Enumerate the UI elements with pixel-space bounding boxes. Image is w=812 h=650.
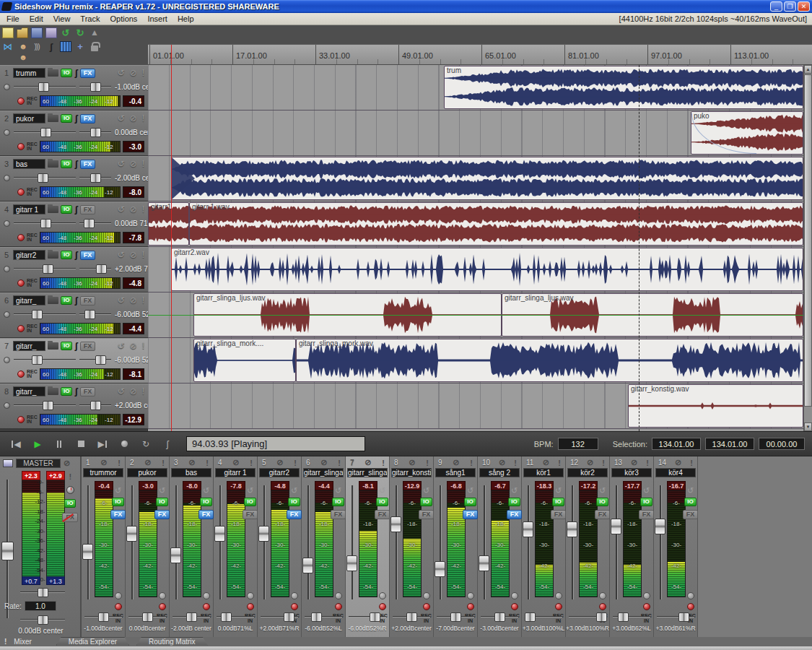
channel-name-input[interactable]: gitarr_konstig [391, 468, 432, 477]
master-pan-slider[interactable] [20, 588, 65, 597]
channel-io-button[interactable]: IO [684, 498, 696, 506]
channel-io-button[interactable]: IO [376, 498, 388, 506]
repeat-button[interactable]: ↻ [137, 438, 154, 451]
record-arm-button[interactable] [4, 175, 10, 181]
volume-handle[interactable] [32, 310, 43, 319]
record-input-icon[interactable] [17, 325, 25, 332]
pan-slider[interactable] [79, 401, 111, 410]
channel-record-input-icon[interactable] [643, 603, 650, 610]
track-name-input[interactable]: gitarr_ [13, 295, 45, 306]
record-arm-button[interactable] [4, 402, 10, 409]
channel-pan-handle[interactable] [450, 612, 461, 622]
record-arm-button[interactable] [4, 84, 10, 90]
play-button[interactable]: ▶ [29, 438, 46, 451]
channel-solo-icon[interactable]: ! [426, 459, 429, 467]
master-volume-fader[interactable] [1, 542, 14, 560]
save-project-icon[interactable] [31, 27, 43, 38]
channel-pan-handle[interactable] [142, 612, 153, 622]
channel-mute-icon[interactable]: ⊘ [453, 458, 459, 467]
channel-pan-slider[interactable] [525, 612, 562, 622]
channel-pan-handle[interactable] [370, 612, 380, 622]
channel-io-button[interactable]: IO [332, 498, 344, 506]
solo-button[interactable]: ! [142, 160, 144, 169]
channel-solo-icon[interactable]: ! [514, 459, 517, 467]
channel-routing-button[interactable] [423, 592, 430, 599]
channel-record-input-icon[interactable] [159, 603, 166, 610]
channel-io-button[interactable]: IO [464, 498, 476, 506]
channel-record-input-icon[interactable] [423, 603, 430, 610]
channel-solo-icon[interactable]: ! [162, 459, 165, 467]
channel-name-input[interactable]: gitarr_slinga_ [303, 468, 344, 477]
record-arm-button[interactable] [4, 266, 10, 272]
volume-slider[interactable] [14, 310, 76, 319]
channel-routing-button[interactable] [467, 592, 474, 599]
channel-io-button[interactable]: IO [288, 498, 300, 506]
io-button[interactable]: IO [61, 387, 72, 396]
channel-pan-handle[interactable] [186, 612, 197, 622]
channel-pan-handle[interactable] [284, 612, 294, 622]
channel-routing-button[interactable] [687, 592, 694, 599]
lock-icon[interactable] [89, 41, 100, 52]
free-mode-icon[interactable]: ↺ [118, 114, 125, 124]
channel-name-input[interactable]: gitarr 1 [215, 468, 256, 477]
envelope-icon[interactable]: ʃ [74, 114, 77, 123]
mixer-channel-7[interactable]: 7⊘!gitarr_slinga_-8.1-6--18--30--42--54-… [346, 456, 390, 637]
channel-io-button[interactable]: IO [156, 498, 167, 506]
channel-pan-slider[interactable] [261, 612, 298, 622]
pan-slider[interactable] [79, 82, 111, 92]
channel-name-input[interactable]: kör4 [655, 468, 696, 477]
channel-fx-button[interactable]: FX [595, 510, 611, 519]
channel-pan-slider[interactable] [217, 612, 254, 622]
track-panel-5[interactable]: 5gitarr2IOʃFX↺⊘!+2.00dB 71%RRECIN60-48-3… [0, 247, 148, 292]
channel-fx-button[interactable]: FX [198, 510, 214, 519]
track-name-input[interactable]: bas [13, 159, 45, 169]
track-name-input[interactable]: gitarr_ [13, 386, 45, 396]
channel-solo-icon[interactable]: ! [206, 459, 209, 467]
pan-slider[interactable] [79, 173, 111, 183]
channel-pan-handle[interactable] [98, 612, 109, 622]
envelope-icon[interactable]: ʃ [74, 160, 77, 168]
channel-fx-button[interactable]: FX [331, 510, 346, 519]
grid-snap-icon[interactable] [60, 41, 71, 52]
channel-io-button[interactable]: IO [596, 498, 608, 506]
channel-routing-button[interactable] [599, 592, 606, 599]
folder-icon[interactable] [48, 115, 58, 122]
channel-name-input[interactable]: gitarr2 [259, 468, 300, 477]
channel-fx-button[interactable]: FX [243, 510, 258, 519]
pause-button[interactable] [51, 438, 68, 451]
menu-insert[interactable]: Insert [142, 14, 173, 24]
fx-button[interactable]: FX [80, 114, 96, 124]
mute-button[interactable]: ⊘ [130, 69, 137, 78]
mixer-channel-13[interactable]: 13⊘!kör3-17.7-6--18--30--42--54-↺IOFXREC… [610, 456, 654, 637]
record-input-icon[interactable] [17, 234, 25, 241]
channel-env-icon[interactable]: ↺ [423, 487, 429, 494]
master-mute-icon[interactable]: ⊘ [64, 459, 70, 468]
bpm-input[interactable]: 132 [558, 438, 598, 450]
folder-icon[interactable] [48, 297, 58, 304]
folder-icon[interactable] [48, 251, 58, 259]
mute-button[interactable]: ⊘ [130, 160, 137, 169]
record-arm-button[interactable] [4, 357, 10, 363]
channel-io-button[interactable]: IO [640, 498, 652, 506]
channel-mute-icon[interactable]: ⊘ [587, 458, 593, 467]
track-name-input[interactable]: gitarr 1 [13, 204, 45, 214]
volume-handle[interactable] [43, 401, 53, 410]
channel-pan-handle[interactable] [311, 612, 322, 622]
channel-record-input-icon[interactable] [511, 603, 518, 610]
record-input-icon[interactable] [17, 188, 25, 196]
channel-solo-icon[interactable]: ! [470, 459, 473, 467]
timeline-ruler[interactable]: 01.01.0017.01.0033.01.0049.01.0065.01.00… [148, 44, 812, 65]
pan-slider[interactable] [79, 264, 111, 274]
menu-view[interactable]: View [48, 14, 76, 24]
record-button[interactable] [115, 438, 133, 451]
channel-volume-fader[interactable] [302, 558, 313, 573]
channel-fx-button[interactable]: FX [154, 510, 170, 519]
channel-record-input-icon[interactable] [555, 603, 562, 610]
channel-volume-fader[interactable] [346, 555, 357, 571]
channel-mute-icon[interactable]: ⊘ [100, 458, 107, 467]
channel-record-input-icon[interactable] [291, 603, 298, 610]
channel-mute-icon[interactable]: ⊘ [675, 458, 681, 467]
project-settings-icon[interactable] [45, 27, 57, 38]
channel-mute-icon[interactable]: ⊘ [364, 458, 371, 467]
channel-pan-slider[interactable] [173, 612, 210, 622]
